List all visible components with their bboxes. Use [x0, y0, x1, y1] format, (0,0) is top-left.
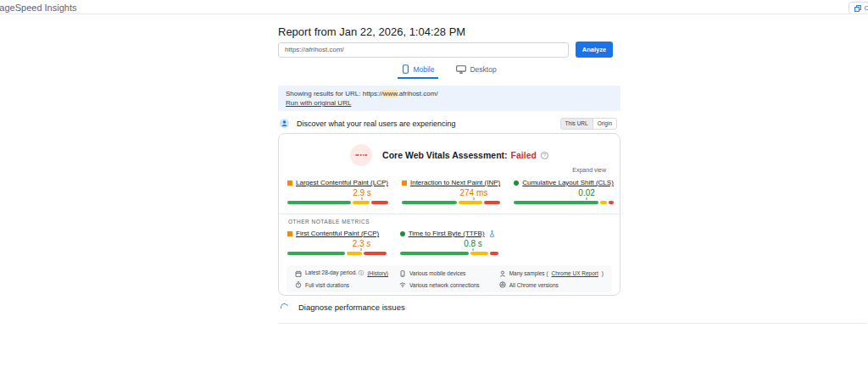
- loading-spinner-icon: [280, 303, 290, 313]
- metric-name-link[interactable]: Largest Contentful Paint (LCP): [296, 179, 388, 186]
- core-web-vitals-card: Core Web Vitals Assessment: Failed ? Exp…: [278, 133, 620, 296]
- bar-poor-segment: [484, 201, 500, 204]
- metric-distribution-bar: [400, 252, 499, 255]
- metric-value: 2.3 s: [353, 239, 371, 248]
- url-input[interactable]: [278, 42, 569, 58]
- main-content: Report from Jan 22, 2026, 1:04:28 PM Ana…: [278, 14, 620, 324]
- metric-distribution-bar: [402, 201, 500, 204]
- footer-item: Various mobile devices: [399, 269, 499, 277]
- footer-item: Latest 28-day period. ⓘ (History): [295, 269, 399, 277]
- metric-distribution-bar: [514, 201, 614, 204]
- metric-value: 2.9 s: [353, 188, 371, 197]
- metric-p75-marker: [473, 197, 475, 200]
- metric: Largest Contentful Paint (LCP) 2.9 s: [287, 178, 388, 204]
- section-divider: [278, 323, 866, 324]
- mobile-icon: [402, 64, 409, 74]
- footer-item-link[interactable]: Chrome UX Report: [552, 270, 598, 276]
- metric-name-link[interactable]: Interaction to Next Paint (INP): [410, 179, 500, 186]
- footer-item: All Chrome versions: [499, 281, 604, 288]
- tab-mobile[interactable]: Mobile: [398, 63, 438, 79]
- redirect-notice-text: Showing results for URL: https://www.afr…: [286, 89, 613, 98]
- bar-poor-segment: [490, 252, 498, 255]
- metric-distribution-bar: [287, 252, 387, 255]
- bar-poor-segment: [609, 201, 614, 204]
- footer-item-text: All Chrome versions: [509, 282, 559, 288]
- bar-poor-segment: [371, 201, 388, 204]
- tab-mobile-label: Mobile: [413, 65, 434, 74]
- bar-needs-improvement-segment: [459, 201, 482, 204]
- topbar: PageSpeed Insights Copy: [0, 0, 868, 14]
- field-data-header: Discover what your real users are experi…: [278, 116, 620, 130]
- bar-poor-segment: [364, 252, 387, 255]
- other-metrics-row: First Contentful Paint (FCP) 2.3 s Time …: [287, 229, 611, 255]
- metric-value: 274 ms: [459, 188, 487, 197]
- footer-item-text: Latest 28-day period. ⓘ: [305, 269, 364, 277]
- footer-item: Full visit durations: [295, 281, 399, 288]
- footer-item: Many samples (Chrome UX Report): [499, 269, 604, 277]
- device-tabs: Mobile Desktop: [278, 63, 620, 79]
- metric-rating-bullet: [514, 180, 519, 186]
- assessment-status: Failed: [511, 150, 537, 160]
- core-metrics-row: Largest Contentful Paint (LCP) 2.9 s Int…: [287, 178, 611, 204]
- metric-value: 0.8 s: [464, 239, 482, 248]
- diagnose-section-header: Diagnose performance issues: [278, 303, 620, 312]
- url-form: Analyze: [278, 42, 613, 58]
- metric-p75-marker: [361, 197, 363, 200]
- field-data-heading: Discover what your real users are experi…: [297, 119, 456, 128]
- analyze-button[interactable]: Analyze: [576, 42, 613, 58]
- assessment-row: Core Web Vitals Assessment: Failed ?: [279, 134, 620, 166]
- calendar-icon: [295, 270, 302, 277]
- metric-rating-bullet: [287, 231, 292, 236]
- metric-rating-bullet: [287, 180, 292, 186]
- stopwatch-icon: [295, 281, 302, 288]
- experimental-flask-icon: [489, 230, 495, 237]
- other-metrics-heading: OTHER NOTABLE METRICS: [288, 219, 370, 225]
- metric-name-link[interactable]: First Contentful Paint (FCP): [296, 230, 379, 237]
- metric: First Contentful Paint (FCP) 2.3 s: [287, 229, 387, 255]
- footer-item-text: Various mobile devices: [409, 270, 465, 276]
- samples-icon: [499, 270, 506, 277]
- failed-gauge-icon: [350, 144, 372, 166]
- footer-item-text: ): [602, 270, 604, 276]
- footer-item-text: Full visit durations: [305, 282, 349, 288]
- bar-good-segment: [400, 252, 469, 255]
- report-heading: Report from Jan 22, 2026, 1:04:28 PM: [278, 25, 620, 38]
- metric-name-link[interactable]: Cumulative Layout Shift (CLS): [522, 179, 614, 186]
- bar-needs-improvement-segment: [600, 201, 607, 204]
- bar-needs-improvement-segment: [470, 252, 488, 255]
- mobile-device-icon: [399, 270, 406, 277]
- metric-p75-marker: [360, 248, 362, 251]
- toggle-this-url[interactable]: This URL: [560, 118, 593, 130]
- metric: Cumulative Layout Shift (CLS) 0.02: [514, 178, 614, 204]
- copy-link-button[interactable]: Copy: [849, 2, 868, 14]
- run-original-url-link[interactable]: Run with original URL: [286, 99, 351, 107]
- metric-p75-marker: [586, 197, 587, 200]
- app-title: PageSpeed Insights: [0, 3, 76, 13]
- copy-icon: [854, 5, 861, 12]
- bar-needs-improvement-segment: [347, 252, 362, 255]
- desktop-icon: [456, 65, 466, 74]
- metric: Time to First Byte (TTFB) 0.8 s: [400, 229, 499, 255]
- bar-needs-improvement-segment: [353, 201, 370, 204]
- footer-item-text: Many samples (: [509, 270, 548, 276]
- bar-good-segment: [402, 201, 457, 204]
- metric-name-link[interactable]: Time to First Byte (TTFB): [409, 230, 485, 237]
- footer-item-text: Various network connections: [409, 282, 480, 288]
- copy-button-label: Copy: [864, 4, 868, 12]
- metric-distribution-bar: [287, 201, 388, 204]
- tab-desktop-label: Desktop: [470, 65, 496, 74]
- data-source-footer: Latest 28-day period. ⓘ (History)Various…: [287, 265, 612, 292]
- redirect-notice: Showing results for URL: https://www.afr…: [278, 86, 620, 111]
- users-icon: [280, 119, 289, 128]
- toggle-origin[interactable]: Origin: [593, 118, 617, 130]
- tab-desktop[interactable]: Desktop: [452, 63, 500, 79]
- help-icon[interactable]: ?: [541, 152, 548, 159]
- card-divider: [279, 214, 620, 214]
- metric-p75-marker: [472, 248, 474, 251]
- expand-view-link[interactable]: Expand view: [572, 167, 606, 173]
- footer-item-link[interactable]: (History): [367, 270, 388, 276]
- bar-good-segment: [514, 201, 598, 204]
- footer-item: Various network connections: [399, 281, 499, 288]
- metric-value: 0.02: [578, 188, 594, 197]
- chrome-icon: [499, 281, 506, 288]
